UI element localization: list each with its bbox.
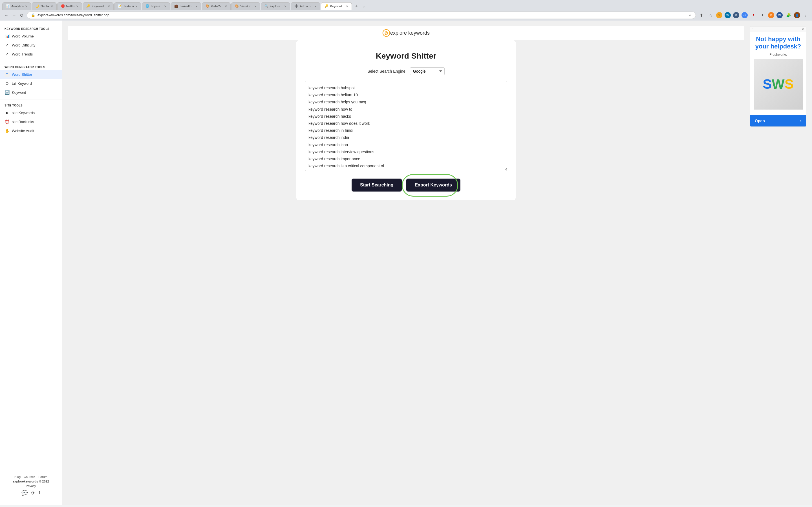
- tab-netflix2[interactable]: 🔴 Netflix ✕: [57, 2, 82, 10]
- tab-close-texta[interactable]: ✕: [135, 5, 138, 8]
- new-tab-button[interactable]: +: [352, 3, 360, 10]
- action-buttons: Start Searching Export Keywords: [305, 179, 507, 191]
- ad-visual: SWS: [754, 59, 803, 110]
- sidebar-item-keyword[interactable]: 🔄 Keyword: [0, 88, 62, 97]
- site-logo-text: explore keywords: [390, 30, 430, 36]
- tab-netflix1[interactable]: 🌙 Netflix ✕: [32, 2, 57, 10]
- start-searching-button[interactable]: Start Searching: [352, 179, 402, 191]
- star-icon[interactable]: ☆: [689, 13, 692, 17]
- whatsapp-icon[interactable]: 💬: [21, 490, 28, 496]
- footer-links: Blog · Courses · Forum: [4, 475, 57, 478]
- ad-open-button[interactable]: Open ›: [750, 115, 806, 126]
- keywords-textarea[interactable]: keyword research hubspot keyword researc…: [305, 81, 507, 171]
- tab-label-linkedin: LinkedIn...: [180, 4, 194, 8]
- tab-explore[interactable]: 🔍 Explore... ✕: [261, 2, 290, 10]
- tool-card: Keyword Shitter Select Search Engine: Go…: [296, 40, 516, 200]
- facebook-icon[interactable]: f: [39, 490, 40, 496]
- tab-close-vistacr1[interactable]: ✕: [225, 5, 227, 8]
- footer-link-blog[interactable]: Blog: [14, 475, 20, 478]
- page-wrapper: 📊 Analytics ✕ 🌙 Netflix ✕ 🔴 Netflix ✕ 🔑 …: [0, 0, 812, 507]
- tab-vistacr1[interactable]: 🎨 VistaCr... ✕: [202, 2, 231, 10]
- footer-link-courses[interactable]: Courses: [24, 475, 35, 478]
- sidebar-label-site-backlinks: site Backlinks: [12, 120, 34, 124]
- tab-favicon-texta: 📝: [118, 4, 122, 8]
- tab-bar: 📊 Analytics ✕ 🌙 Netflix ✕ 🔴 Netflix ✕ 🔑 …: [0, 0, 812, 10]
- ext-f-icon[interactable]: f: [750, 12, 757, 18]
- puzzle-icon[interactable]: 🧩: [785, 12, 792, 18]
- tab-close-netflix1[interactable]: ✕: [51, 5, 53, 8]
- tab-texta[interactable]: 📝 Texta.ai ✕: [114, 2, 141, 10]
- sidebar-item-trends[interactable]: ↗ Word Trends: [0, 50, 62, 59]
- ad-header: ℹ ✕: [750, 26, 806, 32]
- tab-https[interactable]: 🌐 https://... ✕: [142, 2, 170, 10]
- tab-close-netflix2[interactable]: ✕: [76, 5, 79, 8]
- tab-close-addh[interactable]: ✕: [314, 5, 317, 8]
- tab-close-explore[interactable]: ✕: [284, 5, 287, 8]
- ad-close-icon[interactable]: ✕: [802, 27, 804, 31]
- sidebar-section-research: KEYWORD RESEARCH TOOLS: [0, 25, 62, 32]
- tab-close-vistacr2[interactable]: ✕: [254, 5, 257, 8]
- export-keywords-button[interactable]: Export Keywords: [406, 179, 460, 191]
- sidebar-item-tail[interactable]: ⊙ tail Keyword: [0, 79, 62, 88]
- tab-label-vistacr2: VistaCr...: [240, 4, 253, 8]
- site-keywords-icon: ▶: [4, 110, 10, 115]
- ext-w-icon[interactable]: W: [725, 12, 731, 18]
- share-icon[interactable]: ⬆: [698, 12, 705, 18]
- tab-favicon-explore: 🔍: [264, 4, 268, 8]
- url-text: explorekeywords.com/tools/keyword_shitte…: [38, 13, 686, 17]
- sidebar-item-site-keywords[interactable]: ▶ site Keywords: [0, 108, 62, 117]
- tab-addh[interactable]: ➕ Add a h... ✕: [291, 2, 320, 10]
- tab-linkedin[interactable]: 💼 LinkedIn... ✕: [170, 2, 201, 10]
- tool-title: Keyword Shitter: [305, 52, 507, 61]
- sidebar-item-difficulty[interactable]: ↗ Word Difficulty: [0, 41, 62, 50]
- address-bar[interactable]: 🔒 explorekeywords.com/tools/keyword_shit…: [27, 11, 696, 19]
- ext-blogger-icon[interactable]: B: [768, 12, 774, 18]
- footer-link-privacy[interactable]: Privacy: [26, 484, 36, 488]
- sidebar-label-site-keywords: site Keywords: [12, 111, 35, 115]
- sidebar-item-site-backlinks[interactable]: ⏰ site Backlinks: [0, 117, 62, 126]
- address-bar-row: ← → ↻ 🔒 explorekeywords.com/tools/keywor…: [0, 10, 812, 20]
- ext-t-icon[interactable]: T: [759, 12, 766, 18]
- footer-link-forum[interactable]: Forum: [38, 475, 47, 478]
- sidebar-item-shitter[interactable]: T Word Shitter: [0, 70, 62, 79]
- search-engine-select[interactable]: Google Bing Yahoo DuckDuckGo: [410, 67, 445, 75]
- sidebar-label-tail: tail Keyword: [12, 81, 32, 86]
- tab-analytics[interactable]: 📊 Analytics ✕: [2, 2, 31, 10]
- keyword-icon: 🔄: [4, 90, 10, 95]
- ext-k-icon[interactable]: K: [733, 12, 739, 18]
- tab-label-https: https://...: [151, 4, 163, 8]
- ad-info-icon[interactable]: ℹ: [753, 27, 754, 31]
- tab-label-vistacr1: VistaCr...: [211, 4, 223, 8]
- back-button[interactable]: ←: [3, 12, 10, 18]
- tab-keyword-active[interactable]: 🔑 Keyword... ✕: [321, 2, 352, 10]
- sidebar-item-volume[interactable]: 📊 Word Volume: [0, 32, 62, 41]
- tab-favicon-analytics: 📊: [6, 4, 10, 8]
- ext-g-icon[interactable]: G: [742, 12, 748, 18]
- tab-close-keywords1[interactable]: ✕: [108, 5, 110, 8]
- sidebar-label-shitter: Word Shitter: [12, 72, 32, 76]
- telegram-icon[interactable]: ✈: [31, 490, 35, 496]
- ad-headline: Not happy with your helpdesk?: [754, 36, 803, 50]
- tab-favicon-vistacr2: 🎨: [235, 4, 239, 8]
- ad-sidebar: ℹ ✕ Not happy with your helpdesk? Freshw…: [750, 26, 806, 499]
- tab-favicon-https: 🌐: [146, 4, 149, 8]
- tab-close-analytics[interactable]: ✕: [25, 5, 28, 8]
- site-header: explore keywords: [68, 26, 744, 40]
- ext-word-icon[interactable]: W: [776, 12, 783, 18]
- bookmark-icon[interactable]: ☆: [707, 12, 714, 18]
- ext-s-icon[interactable]: S: [716, 12, 722, 18]
- profile-icon[interactable]: 👤: [794, 12, 800, 18]
- website-audit-icon: ✋: [4, 128, 10, 133]
- tab-close-https[interactable]: ✕: [164, 5, 166, 8]
- reload-button[interactable]: ↻: [18, 12, 24, 18]
- shitter-icon: T: [4, 72, 10, 77]
- tab-close-keyword-active[interactable]: ✕: [346, 5, 348, 8]
- forward-button[interactable]: →: [11, 12, 17, 18]
- sidebar-item-website-audit[interactable]: ✋ Website Audit: [0, 126, 62, 135]
- tab-keywords1[interactable]: 🔑 Keyword... ✕: [83, 2, 114, 10]
- tab-vistacr2[interactable]: 🎨 VistaCr... ✕: [231, 2, 260, 10]
- sidebar-label-trends: Word Trends: [12, 52, 33, 56]
- menu-icon[interactable]: ⋮: [802, 12, 809, 18]
- tab-dropdown-button[interactable]: ⌄: [360, 3, 368, 9]
- tab-close-linkedin[interactable]: ✕: [195, 5, 198, 8]
